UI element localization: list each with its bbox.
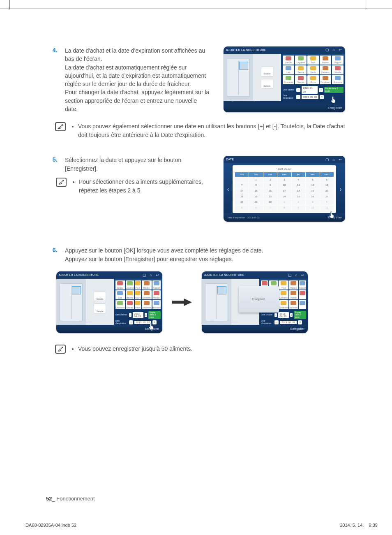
calendar-day[interactable]: 4 xyxy=(320,199,334,205)
calendar-day[interactable]: 18 xyxy=(292,188,305,194)
food-cell: Fruit xyxy=(135,280,141,290)
calendar-day[interactable]: 9 xyxy=(292,205,305,211)
food-cell: Crustacés xyxy=(283,75,294,84)
purchase-date-value[interactable]: 2013. 04. 29 xyxy=(302,86,318,94)
plus-button[interactable]: + xyxy=(320,95,324,99)
plus-button[interactable]: + xyxy=(145,313,147,317)
calendar-grid[interactable]: dimlunmarmerjeuvensam1234567891011121314… xyxy=(235,172,334,211)
food-cell: Viande xyxy=(289,290,297,299)
saved-toast: Enregistré. xyxy=(239,286,279,313)
calendar-day[interactable]: 5 xyxy=(306,177,319,183)
calendar-day[interactable]: 13 xyxy=(320,183,334,188)
selected-food-swatch: Salade xyxy=(261,67,273,76)
minus-button[interactable]: − xyxy=(296,95,300,99)
plus-button[interactable]: + xyxy=(298,320,302,324)
calendar-day[interactable] xyxy=(235,177,249,183)
calendar-header: lun xyxy=(249,172,263,177)
food-cell: Desserts xyxy=(320,65,331,74)
plus-button[interactable]: + xyxy=(290,313,293,317)
calendar-day[interactable]: 11 xyxy=(292,183,305,188)
step-4-paragraph-3: Pour changer la date d'achat, appuyez lé… xyxy=(65,88,211,113)
calendar-day[interactable]: 30 xyxy=(263,199,277,205)
calendar-day[interactable]: 8 xyxy=(249,183,263,188)
calendar-day[interactable]: 17 xyxy=(277,188,291,194)
back-icon: ↩ xyxy=(155,273,160,278)
food-cell: Restes xyxy=(142,280,152,290)
food-cell xyxy=(299,300,306,309)
minus-button[interactable]: − xyxy=(296,88,300,92)
minus-button[interactable]: − xyxy=(129,320,133,324)
food-cell: Condiment xyxy=(279,300,288,309)
minus-button[interactable]: − xyxy=(274,313,277,317)
food-cell xyxy=(299,290,306,299)
calendar-day[interactable]: 23 xyxy=(263,194,277,199)
calendar-day[interactable]: 6 xyxy=(320,177,334,183)
calendar-day[interactable]: 16 xyxy=(263,188,277,194)
screenshot-add-food-dates: AJOUTER LA NOURRITURE ▢ ⌂ ↩ Salade Salad… xyxy=(224,46,345,112)
calendar-day[interactable]: 2 xyxy=(263,177,277,183)
calendar-day[interactable]: 2 xyxy=(292,199,305,205)
calendar-day[interactable]: 25 xyxy=(292,194,305,199)
calendar-day[interactable]: 19 xyxy=(306,188,319,194)
calendar-day[interactable]: 3 xyxy=(277,177,291,183)
save-button[interactable]: Enregistrer xyxy=(291,327,304,330)
back-icon: ↩ xyxy=(338,157,343,162)
food-cell: Lait xyxy=(115,290,125,299)
food-cell: Boissons xyxy=(332,75,344,84)
expiry-date-label: Date d'expiration xyxy=(283,95,295,99)
calendar-day[interactable]: 22 xyxy=(249,194,263,199)
expiry-date-value[interactable]: 2013. 05. 02 xyxy=(302,95,318,100)
minus-button[interactable]: − xyxy=(129,313,131,317)
food-cell: Sauces xyxy=(295,75,307,84)
calendar-day[interactable]: 10 xyxy=(277,183,291,188)
calendar-day[interactable]: 9 xyxy=(263,183,277,188)
calendar-day[interactable]: 4 xyxy=(292,177,305,183)
purchase-date-value[interactable]: 2013. 04. 29 xyxy=(133,312,144,318)
note-icon xyxy=(56,178,67,187)
note-text: Vous pouvez enregistrer jusqu'à 50 alime… xyxy=(78,345,192,353)
expiry-date-value[interactable]: 2013. 05. 02 xyxy=(280,321,297,324)
calendar-day[interactable]: 7 xyxy=(263,205,277,211)
calendar-day[interactable]: 26 xyxy=(306,194,319,199)
minus-button[interactable]: − xyxy=(274,320,279,324)
calendar-day[interactable]: 27 xyxy=(320,194,334,199)
step-6: 6. Appuyez sur le bouton [OK] lorsque vo… xyxy=(46,246,345,263)
food-cell: Restes xyxy=(289,280,297,290)
calendar-day[interactable]: 20 xyxy=(320,188,334,194)
calendar-day[interactable]: 28 xyxy=(235,199,249,205)
food-cell: Beurre xyxy=(295,65,307,74)
calendar-day[interactable]: 1 xyxy=(277,199,291,205)
page-section-label: _ Fonctionnement xyxy=(52,496,95,502)
expiry-date-label: Date d'expiration xyxy=(261,320,273,324)
next-month-button[interactable]: › xyxy=(336,185,345,193)
step-4: 4. La date d'achat et la date d'expirati… xyxy=(46,46,345,113)
calendar-day[interactable]: 12 xyxy=(306,183,319,188)
calendar-day[interactable]: 10 xyxy=(306,205,319,211)
calendar-header: jeu xyxy=(292,172,305,177)
tap-hand-icon xyxy=(330,95,338,104)
calendar-day[interactable]: 5 xyxy=(235,205,249,211)
calendar-day[interactable]: 21 xyxy=(235,194,249,199)
save-disk-icon: ▢ xyxy=(287,273,292,278)
calendar-header: ven xyxy=(306,172,319,177)
calendar-day[interactable]: 8 xyxy=(277,205,291,211)
calendar-day[interactable]: 15 xyxy=(249,188,263,194)
plus-button[interactable]: + xyxy=(319,88,323,92)
calendar-day[interactable]: 29 xyxy=(249,199,263,205)
prev-month-button[interactable]: ‹ xyxy=(224,185,233,193)
food-cell: Restes xyxy=(320,56,331,65)
print-timestamp: 2014. 5. 14. 9:39 xyxy=(340,523,378,528)
calendar-day[interactable]: 11 xyxy=(320,205,334,211)
purchase-date-value[interactable]: 2013. 04. 29 xyxy=(278,312,289,318)
calendar-day[interactable]: 14 xyxy=(235,188,249,194)
fridge-status: Réfrigérateur : 1 article ajouté xyxy=(227,99,259,102)
calendar-day[interactable]: 7 xyxy=(235,183,249,188)
calendar-header: sam xyxy=(320,172,334,177)
home-icon: ⌂ xyxy=(148,273,153,278)
calendar-day[interactable]: 1 xyxy=(249,177,263,183)
save-button[interactable]: Enregistrer xyxy=(328,106,342,110)
calendar-day[interactable]: 3 xyxy=(306,199,319,205)
food-cell: Lait xyxy=(283,65,294,74)
calendar-day[interactable]: 6 xyxy=(249,205,263,211)
calendar-day[interactable]: 24 xyxy=(277,194,291,199)
